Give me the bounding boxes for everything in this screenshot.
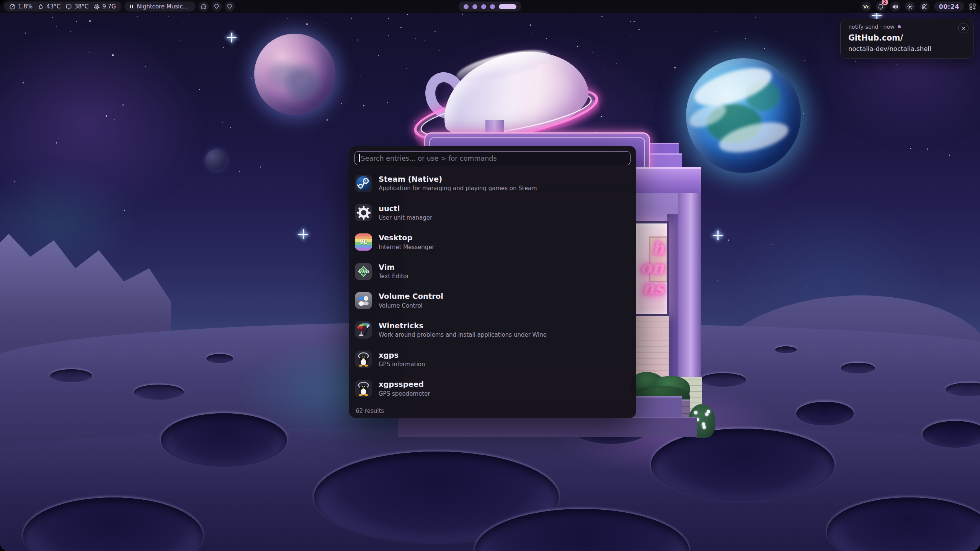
star bbox=[595, 132, 596, 133]
star bbox=[792, 142, 793, 143]
star bbox=[778, 153, 779, 154]
heart-button-2[interactable] bbox=[225, 2, 235, 11]
brick-planter bbox=[632, 399, 690, 420]
app-subtitle: Text Editor bbox=[379, 273, 409, 280]
app-subtitle: Volume Control bbox=[379, 302, 443, 309]
launcher-item-uuctl[interactable]: uuctl User unit manager bbox=[349, 198, 636, 228]
launcher-item-steam-native[interactable]: Steam (Native) Application for managing … bbox=[349, 169, 636, 198]
winetricks-icon bbox=[355, 321, 372, 339]
workspace-dot-2[interactable] bbox=[472, 4, 477, 9]
app-subtitle: GPS information bbox=[379, 361, 425, 368]
heart-icon bbox=[214, 3, 220, 10]
star bbox=[137, 16, 138, 17]
star bbox=[114, 42, 115, 42]
star bbox=[804, 60, 805, 61]
star bbox=[739, 118, 740, 119]
star bbox=[855, 61, 856, 62]
launcher-item-volume-control[interactable]: Volume Control Volume Control bbox=[349, 286, 636, 315]
app-launcher-icon[interactable] bbox=[969, 3, 976, 10]
media-player-widget[interactable]: Nightcore Music Mix 20... bbox=[124, 2, 196, 11]
pillar bbox=[678, 193, 701, 402]
star bbox=[561, 25, 561, 26]
app-subtitle: Internet Messenger bbox=[379, 244, 434, 251]
star bbox=[546, 38, 547, 39]
steam-icon bbox=[355, 175, 372, 192]
star bbox=[968, 73, 968, 74]
tray-item-vesktop[interactable]: Vc bbox=[861, 2, 871, 11]
star bbox=[741, 119, 742, 120]
star bbox=[306, 23, 308, 25]
heart-button-1[interactable] bbox=[212, 2, 222, 11]
search-placeholder: Search entries... or use > for commands bbox=[361, 155, 497, 162]
star bbox=[803, 113, 804, 114]
workspace-switcher[interactable] bbox=[459, 2, 521, 11]
app-title: Winetricks bbox=[379, 321, 547, 330]
app-title: Vim bbox=[379, 263, 409, 272]
star bbox=[145, 66, 146, 67]
star bbox=[897, 64, 898, 65]
system-stats-widget[interactable]: 1.8% 43°C 38°C 9.7G bbox=[4, 2, 121, 11]
star bbox=[462, 14, 463, 15]
app-title: Vesktop bbox=[379, 233, 434, 242]
workspace-active-5[interactable] bbox=[499, 4, 516, 9]
star bbox=[8, 39, 8, 39]
launcher-item-vim[interactable]: Vim Vim Text Editor bbox=[349, 257, 636, 286]
crater bbox=[775, 346, 797, 353]
launcher-item-winetricks[interactable]: Winetricks Work around problems and inst… bbox=[349, 315, 636, 345]
launcher-item-vesktop[interactable]: VC Vesktop Internet Messenger bbox=[349, 227, 636, 257]
workspace-dot-4[interactable] bbox=[490, 4, 495, 9]
clock-widget[interactable]: 00:24 bbox=[934, 2, 964, 11]
crater bbox=[651, 429, 835, 501]
steam-app-icon bbox=[355, 175, 372, 192]
star bbox=[124, 210, 125, 211]
monitor-icon bbox=[65, 3, 72, 10]
neon-sign-text: h bbox=[652, 240, 665, 257]
gear-app-icon bbox=[355, 204, 372, 221]
workspace-dot-1[interactable] bbox=[464, 4, 469, 9]
star bbox=[354, 99, 355, 100]
workspace-dot-3[interactable] bbox=[481, 4, 486, 9]
launcher-footer: 62 results bbox=[349, 404, 636, 418]
star bbox=[634, 21, 635, 22]
app-title: uuctl bbox=[379, 204, 432, 213]
night-light-button[interactable] bbox=[920, 2, 929, 11]
star bbox=[407, 14, 408, 15]
launcher-item-xgps[interactable]: xgps GPS information bbox=[349, 345, 636, 374]
star bbox=[327, 23, 327, 24]
app-title: xgps bbox=[379, 351, 425, 360]
star bbox=[316, 136, 316, 136]
small-moon bbox=[206, 149, 227, 171]
star bbox=[601, 16, 603, 17]
star bbox=[89, 20, 91, 22]
crater bbox=[206, 354, 233, 363]
star bbox=[89, 52, 90, 53]
star bbox=[275, 42, 275, 42]
star bbox=[630, 36, 631, 36]
notification-badge: 2 bbox=[882, 0, 888, 5]
notification-close-button[interactable] bbox=[958, 23, 969, 33]
front-steps bbox=[398, 417, 697, 437]
volume-button[interactable] bbox=[890, 2, 900, 11]
ghost-button[interactable] bbox=[199, 2, 209, 11]
launcher-search-input[interactable]: Search entries... or use > for commands bbox=[354, 151, 630, 165]
walkway bbox=[440, 412, 785, 551]
launcher-item-xgpsspeed[interactable]: xgpsspeed GPS speedometer bbox=[349, 374, 636, 403]
star bbox=[910, 148, 911, 149]
memory-usage: 9.7G bbox=[93, 3, 116, 10]
star bbox=[739, 98, 740, 99]
star bbox=[316, 106, 317, 108]
crater bbox=[796, 402, 854, 425]
crater bbox=[50, 369, 92, 382]
brightness-button[interactable] bbox=[905, 2, 915, 11]
star bbox=[640, 191, 642, 192]
crater bbox=[827, 497, 980, 551]
star bbox=[666, 315, 667, 316]
chip-icon bbox=[93, 3, 100, 10]
far-ridge bbox=[701, 295, 980, 387]
app-title: Steam (Native) bbox=[379, 175, 537, 184]
notification-popup[interactable]: notify-send · now GitHub.com/ noctalia-d… bbox=[840, 19, 973, 59]
star bbox=[732, 82, 732, 83]
app-subtitle: Work around problems and install applica… bbox=[379, 331, 547, 338]
star bbox=[114, 119, 114, 120]
star bbox=[378, 55, 379, 56]
